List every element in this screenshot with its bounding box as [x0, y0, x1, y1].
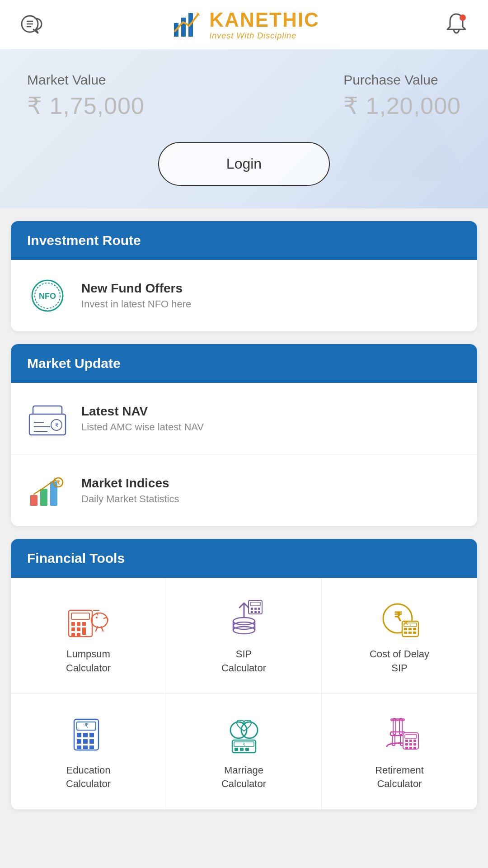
svg-rect-2: [181, 18, 186, 37]
chat-button[interactable]: [18, 9, 47, 40]
svg-rect-50: [258, 611, 260, 613]
login-button[interactable]: Login: [158, 142, 330, 186]
svg-text:₹: ₹: [394, 610, 402, 624]
indices-item-text: Market Indices Daily Market Statistics: [81, 476, 179, 505]
svg-rect-94: [413, 740, 416, 742]
logo-tagline: Invest With Discipline: [209, 31, 319, 41]
nfo-icon-wrap: NFO: [27, 275, 68, 316]
nfo-icon: NFO: [29, 278, 66, 314]
sip-icon: [222, 599, 266, 637]
svg-rect-82: [245, 748, 249, 751]
svg-rect-31: [71, 633, 75, 637]
svg-rect-28: [71, 627, 75, 631]
svg-rect-92: [405, 740, 408, 742]
education-calculator-tool[interactable]: ₹ EducationCalculator: [11, 694, 166, 810]
indices-icon: ₹: [28, 472, 67, 509]
svg-rect-48: [251, 611, 253, 613]
svg-point-77: [241, 722, 258, 738]
svg-rect-81: [240, 748, 244, 751]
cost-of-delay-icon: ₹ +: [378, 599, 421, 637]
investment-route-section: Investment Route NFO New Fund Offers Inv…: [11, 221, 477, 331]
bell-button[interactable]: [443, 10, 470, 39]
retirement-calculator-tool[interactable]: RetirementCalculator: [322, 694, 477, 810]
sip-icon-wrap: [221, 598, 267, 638]
market-update-title: Market Update: [27, 356, 461, 371]
sip-calculator-tool[interactable]: SIPCalculator: [166, 578, 322, 694]
lumpsum-label: LumpsumCalculator: [66, 647, 111, 675]
app-header: KANETHIC Invest With Discipline: [0, 0, 488, 50]
svg-rect-67: [83, 733, 88, 737]
svg-point-5: [460, 14, 466, 21]
svg-rect-32: [77, 633, 80, 637]
logo-graphic: [170, 9, 203, 41]
svg-rect-71: [89, 739, 94, 744]
svg-rect-74: [89, 745, 94, 749]
nfo-list-item[interactable]: NFO New Fund Offers Invest in latest NFO…: [11, 260, 477, 331]
chat-icon: [18, 9, 47, 38]
indices-title: Market Indices: [81, 476, 179, 491]
svg-rect-80: [235, 748, 238, 751]
app-logo: KANETHIC Invest With Discipline: [170, 9, 319, 41]
cost-of-delay-sip-tool[interactable]: ₹ + Cost of DelaySIP: [322, 578, 477, 694]
svg-rect-17: [30, 495, 38, 506]
financial-tools-header: Financial Tools: [11, 539, 477, 578]
marriage-label: MarriageCalculator: [221, 764, 266, 792]
svg-rect-11: [29, 414, 66, 435]
latest-nav-item[interactable]: ₹ Latest NAV Listed AMC wise latest NAV: [11, 383, 477, 455]
tools-grid: LumpsumCalculator: [11, 578, 477, 810]
investment-route-header: Investment Route: [11, 221, 477, 260]
lumpsum-icon-wrap: [66, 598, 111, 638]
svg-rect-56: [404, 628, 407, 630]
svg-point-38: [233, 618, 255, 625]
svg-rect-44: [250, 602, 260, 606]
svg-rect-69: [77, 739, 81, 744]
market-value-label: Market Value: [27, 72, 145, 88]
financial-tools-title: Financial Tools: [27, 551, 461, 566]
investment-route-title: Investment Route: [27, 233, 461, 248]
market-indices-item[interactable]: ₹ Market Indices Daily Market Statistics: [11, 455, 477, 526]
lumpsum-calculator-tool[interactable]: LumpsumCalculator: [11, 578, 166, 694]
retirement-icon: [378, 715, 421, 754]
svg-rect-97: [413, 743, 416, 745]
svg-rect-49: [254, 611, 257, 613]
svg-rect-100: [413, 747, 416, 749]
svg-text:₹: ₹: [56, 480, 60, 486]
nfo-title: New Fund Offers: [81, 281, 191, 296]
lumpsum-icon: [67, 599, 110, 637]
nav-subtitle: Listed AMC wise latest NAV: [81, 421, 204, 433]
nav-title: Latest NAV: [81, 404, 204, 419]
market-value-amount: ₹ 1,75,000: [27, 92, 145, 119]
svg-rect-24: [71, 613, 89, 619]
bell-icon: [443, 10, 470, 38]
svg-rect-66: [77, 733, 81, 737]
svg-point-33: [91, 613, 108, 627]
nfo-item-text: New Fund Offers Invest in latest NFO her…: [81, 281, 191, 310]
svg-text:+: +: [409, 623, 412, 627]
financial-tools-section: Financial Tools: [11, 539, 477, 810]
svg-rect-58: [413, 628, 416, 630]
svg-rect-57: [408, 628, 412, 630]
svg-rect-27: [82, 622, 86, 626]
indices-subtitle: Daily Market Statistics: [81, 493, 179, 505]
nav-item-text: Latest NAV Listed AMC wise latest NAV: [81, 404, 204, 433]
svg-rect-99: [409, 747, 412, 749]
svg-rect-61: [413, 632, 416, 634]
svg-rect-68: [89, 733, 94, 737]
svg-rect-59: [404, 632, 407, 634]
market-update-section: Market Update ₹ Latest NAV Listed AMC wi…: [11, 344, 477, 526]
logo-text: KANETHIC Invest With Discipline: [209, 9, 319, 41]
logo-name: KANETHIC: [209, 9, 319, 31]
svg-rect-60: [408, 632, 412, 634]
svg-rect-45: [251, 608, 253, 610]
marriage-calculator-tool[interactable]: ₹ MarriageCalculator: [166, 694, 322, 810]
svg-rect-47: [258, 608, 260, 610]
svg-rect-29: [77, 627, 80, 631]
svg-rect-73: [83, 745, 88, 749]
nav-icon: ₹: [28, 401, 67, 437]
svg-rect-25: [71, 622, 75, 626]
education-icon-wrap: ₹: [66, 714, 111, 755]
cost-of-delay-label: Cost of DelaySIP: [370, 647, 429, 675]
retirement-label: RetirementCalculator: [375, 764, 424, 792]
sip-label: SIPCalculator: [221, 647, 266, 675]
svg-point-34: [96, 617, 98, 618]
